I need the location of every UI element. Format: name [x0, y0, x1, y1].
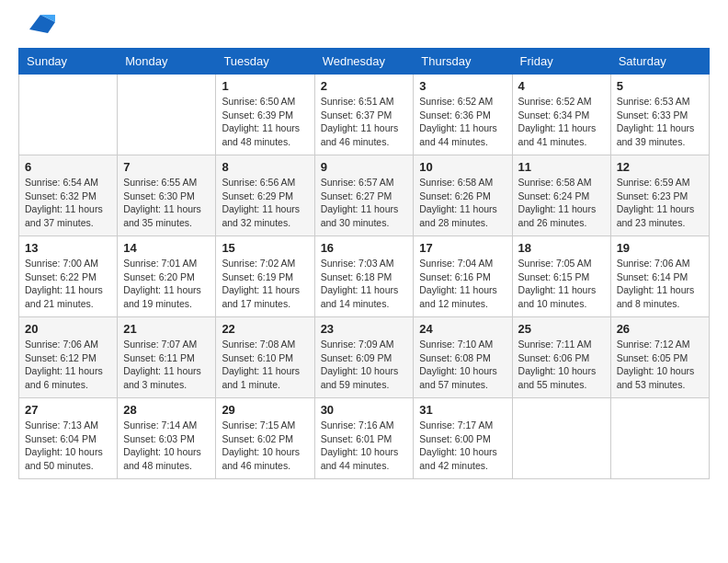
calendar-cell: 17Sunrise: 7:04 AMSunset: 6:16 PMDayligh…	[414, 236, 512, 317]
calendar-cell: 22Sunrise: 7:08 AMSunset: 6:10 PMDayligh…	[216, 317, 314, 398]
day-detail: Sunrise: 7:11 AMSunset: 6:06 PMDaylight:…	[518, 338, 605, 392]
day-number: 22	[222, 322, 308, 336]
calendar-cell: 2Sunrise: 6:51 AMSunset: 6:37 PMDaylight…	[314, 75, 414, 155]
weekday-header-friday: Friday	[512, 49, 610, 75]
weekday-header-monday: Monday	[118, 49, 216, 75]
day-number: 30	[321, 403, 408, 417]
day-detail: Sunrise: 6:50 AMSunset: 6:39 PMDaylight:…	[222, 95, 308, 149]
day-detail: Sunrise: 7:15 AMSunset: 6:02 PMDaylight:…	[222, 419, 308, 473]
day-number: 8	[222, 160, 308, 174]
day-number: 15	[222, 241, 308, 255]
day-detail: Sunrise: 7:06 AMSunset: 6:14 PMDaylight:…	[617, 257, 703, 311]
day-detail: Sunrise: 6:52 AMSunset: 6:34 PMDaylight:…	[518, 95, 605, 149]
calendar-week-3: 13Sunrise: 7:00 AMSunset: 6:22 PMDayligh…	[19, 236, 710, 317]
day-number: 17	[419, 241, 506, 255]
logo-icon	[22, 11, 55, 37]
calendar-cell: 8Sunrise: 6:56 AMSunset: 6:29 PMDaylight…	[216, 155, 314, 236]
day-detail: Sunrise: 7:17 AMSunset: 6:00 PMDaylight:…	[419, 419, 506, 473]
calendar-cell: 31Sunrise: 7:17 AMSunset: 6:00 PMDayligh…	[414, 398, 512, 479]
day-detail: Sunrise: 7:12 AMSunset: 6:05 PMDaylight:…	[617, 338, 703, 392]
weekday-header-tuesday: Tuesday	[216, 49, 314, 75]
weekday-header-thursday: Thursday	[414, 49, 512, 75]
calendar-cell: 6Sunrise: 6:54 AMSunset: 6:32 PMDaylight…	[19, 155, 118, 236]
day-detail: Sunrise: 6:53 AMSunset: 6:33 PMDaylight:…	[617, 95, 703, 149]
day-number: 26	[617, 322, 703, 336]
day-number: 13	[25, 241, 111, 255]
day-detail: Sunrise: 6:52 AMSunset: 6:36 PMDaylight:…	[419, 95, 506, 149]
day-detail: Sunrise: 7:02 AMSunset: 6:19 PMDaylight:…	[222, 257, 308, 311]
calendar-cell: 20Sunrise: 7:06 AMSunset: 6:12 PMDayligh…	[19, 317, 118, 398]
calendar-cell: 3Sunrise: 6:52 AMSunset: 6:36 PMDaylight…	[414, 75, 512, 155]
day-number: 12	[617, 160, 703, 174]
day-number: 6	[25, 160, 111, 174]
calendar-cell: 14Sunrise: 7:01 AMSunset: 6:20 PMDayligh…	[118, 236, 216, 317]
calendar-week-4: 20Sunrise: 7:06 AMSunset: 6:12 PMDayligh…	[19, 317, 710, 398]
calendar-cell: 25Sunrise: 7:11 AMSunset: 6:06 PMDayligh…	[512, 317, 610, 398]
day-number: 23	[321, 322, 408, 336]
calendar-cell: 23Sunrise: 7:09 AMSunset: 6:09 PMDayligh…	[314, 317, 414, 398]
calendar-cell: 27Sunrise: 7:13 AMSunset: 6:04 PMDayligh…	[19, 398, 118, 479]
calendar-week-5: 27Sunrise: 7:13 AMSunset: 6:04 PMDayligh…	[19, 398, 710, 479]
day-detail: Sunrise: 6:59 AMSunset: 6:23 PMDaylight:…	[617, 176, 703, 230]
calendar-cell: 19Sunrise: 7:06 AMSunset: 6:14 PMDayligh…	[610, 236, 709, 317]
calendar-cell	[19, 75, 118, 155]
day-detail: Sunrise: 7:05 AMSunset: 6:15 PMDaylight:…	[518, 257, 605, 311]
calendar-cell: 29Sunrise: 7:15 AMSunset: 6:02 PMDayligh…	[216, 398, 314, 479]
calendar-header-row: SundayMondayTuesdayWednesdayThursdayFrid…	[19, 49, 710, 75]
day-number: 29	[222, 403, 308, 417]
calendar-cell	[512, 398, 610, 479]
day-number: 11	[518, 160, 605, 174]
day-detail: Sunrise: 6:58 AMSunset: 6:24 PMDaylight:…	[518, 176, 605, 230]
day-detail: Sunrise: 7:10 AMSunset: 6:08 PMDaylight:…	[419, 338, 506, 392]
calendar-cell: 18Sunrise: 7:05 AMSunset: 6:15 PMDayligh…	[512, 236, 610, 317]
calendar-cell: 16Sunrise: 7:03 AMSunset: 6:18 PMDayligh…	[314, 236, 414, 317]
day-number: 31	[419, 403, 506, 417]
day-detail: Sunrise: 7:03 AMSunset: 6:18 PMDaylight:…	[321, 257, 408, 311]
logo	[18, 18, 55, 39]
day-detail: Sunrise: 6:54 AMSunset: 6:32 PMDaylight:…	[25, 176, 111, 230]
day-detail: Sunrise: 6:58 AMSunset: 6:26 PMDaylight:…	[419, 176, 506, 230]
day-number: 7	[123, 160, 210, 174]
day-detail: Sunrise: 6:55 AMSunset: 6:30 PMDaylight:…	[123, 176, 210, 230]
day-detail: Sunrise: 7:07 AMSunset: 6:11 PMDaylight:…	[123, 338, 210, 392]
day-detail: Sunrise: 7:01 AMSunset: 6:20 PMDaylight:…	[123, 257, 210, 311]
calendar-cell: 28Sunrise: 7:14 AMSunset: 6:03 PMDayligh…	[118, 398, 216, 479]
weekday-header-sunday: Sunday	[19, 49, 118, 75]
day-number: 9	[321, 160, 408, 174]
calendar-cell: 15Sunrise: 7:02 AMSunset: 6:19 PMDayligh…	[216, 236, 314, 317]
day-detail: Sunrise: 7:08 AMSunset: 6:10 PMDaylight:…	[222, 338, 308, 392]
day-detail: Sunrise: 7:09 AMSunset: 6:09 PMDaylight:…	[321, 338, 408, 392]
day-number: 28	[123, 403, 210, 417]
day-number: 14	[123, 241, 210, 255]
calendar-table: SundayMondayTuesdayWednesdayThursdayFrid…	[18, 48, 710, 479]
day-number: 21	[123, 322, 210, 336]
day-detail: Sunrise: 7:14 AMSunset: 6:03 PMDaylight:…	[123, 419, 210, 473]
day-number: 25	[518, 322, 605, 336]
page-header	[18, 18, 710, 39]
calendar-cell: 30Sunrise: 7:16 AMSunset: 6:01 PMDayligh…	[314, 398, 414, 479]
day-number: 1	[222, 79, 308, 93]
calendar-cell: 11Sunrise: 6:58 AMSunset: 6:24 PMDayligh…	[512, 155, 610, 236]
day-number: 10	[419, 160, 506, 174]
day-detail: Sunrise: 7:06 AMSunset: 6:12 PMDaylight:…	[25, 338, 111, 392]
weekday-header-wednesday: Wednesday	[314, 49, 414, 75]
day-detail: Sunrise: 7:16 AMSunset: 6:01 PMDaylight:…	[321, 419, 408, 473]
day-number: 5	[617, 79, 703, 93]
calendar-cell: 10Sunrise: 6:58 AMSunset: 6:26 PMDayligh…	[414, 155, 512, 236]
calendar-cell: 9Sunrise: 6:57 AMSunset: 6:27 PMDaylight…	[314, 155, 414, 236]
day-number: 19	[617, 241, 703, 255]
calendar-week-2: 6Sunrise: 6:54 AMSunset: 6:32 PMDaylight…	[19, 155, 710, 236]
calendar-cell: 12Sunrise: 6:59 AMSunset: 6:23 PMDayligh…	[610, 155, 709, 236]
day-number: 2	[321, 79, 408, 93]
day-number: 24	[419, 322, 506, 336]
day-number: 4	[518, 79, 605, 93]
day-detail: Sunrise: 6:56 AMSunset: 6:29 PMDaylight:…	[222, 176, 308, 230]
day-number: 18	[518, 241, 605, 255]
day-detail: Sunrise: 6:57 AMSunset: 6:27 PMDaylight:…	[321, 176, 408, 230]
day-detail: Sunrise: 7:13 AMSunset: 6:04 PMDaylight:…	[25, 419, 111, 473]
day-detail: Sunrise: 7:00 AMSunset: 6:22 PMDaylight:…	[25, 257, 111, 311]
calendar-cell: 26Sunrise: 7:12 AMSunset: 6:05 PMDayligh…	[610, 317, 709, 398]
day-number: 27	[25, 403, 111, 417]
calendar-cell: 5Sunrise: 6:53 AMSunset: 6:33 PMDaylight…	[610, 75, 709, 155]
day-number: 20	[25, 322, 111, 336]
